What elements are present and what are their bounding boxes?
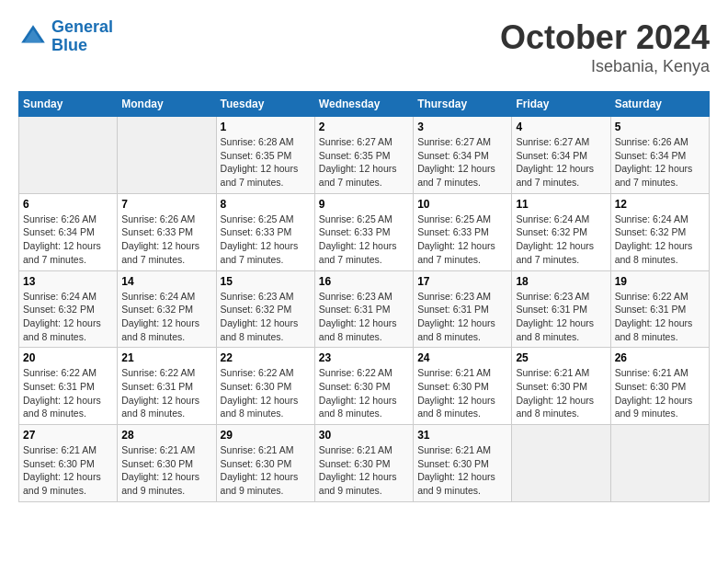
calendar-cell: 7Sunrise: 6:26 AM Sunset: 6:33 PM Daylig…: [118, 193, 216, 270]
day-info: Sunrise: 6:21 AM Sunset: 6:30 PM Dayligh…: [417, 366, 507, 420]
calendar-cell: 9Sunrise: 6:25 AM Sunset: 6:33 PM Daylig…: [314, 193, 413, 270]
calendar-cell: [19, 117, 118, 194]
day-number: 4: [516, 121, 606, 133]
page-header: General Blue October 2024 Isebania, Keny…: [18, 18, 710, 76]
calendar-cell: 22Sunrise: 6:22 AM Sunset: 6:30 PM Dayli…: [216, 348, 314, 425]
calendar-cell: 30Sunrise: 6:21 AM Sunset: 6:30 PM Dayli…: [314, 425, 413, 502]
day-info: Sunrise: 6:25 AM Sunset: 6:33 PM Dayligh…: [417, 213, 507, 267]
day-number: 21: [121, 351, 211, 364]
day-number: 20: [23, 351, 113, 364]
day-number: 24: [417, 351, 507, 364]
calendar-cell: 10Sunrise: 6:25 AM Sunset: 6:33 PM Dayli…: [414, 193, 512, 270]
day-info: Sunrise: 6:24 AM Sunset: 6:32 PM Dayligh…: [615, 213, 705, 267]
day-number: 2: [319, 121, 409, 133]
day-info: Sunrise: 6:22 AM Sunset: 6:31 PM Dayligh…: [121, 366, 211, 420]
day-info: Sunrise: 6:21 AM Sunset: 6:30 PM Dayligh…: [23, 443, 113, 498]
day-number: 31: [417, 429, 507, 442]
day-info: Sunrise: 6:21 AM Sunset: 6:30 PM Dayligh…: [121, 443, 211, 498]
calendar-cell: 14Sunrise: 6:24 AM Sunset: 6:32 PM Dayli…: [118, 270, 216, 348]
calendar-cell: 1Sunrise: 6:28 AM Sunset: 6:35 PM Daylig…: [216, 117, 314, 194]
weekday-header-monday: Monday: [118, 92, 216, 117]
calendar-cell: 13Sunrise: 6:24 AM Sunset: 6:32 PM Dayli…: [19, 270, 118, 348]
day-info: Sunrise: 6:24 AM Sunset: 6:32 PM Dayligh…: [516, 213, 606, 267]
calendar-week-3: 13Sunrise: 6:24 AM Sunset: 6:32 PM Dayli…: [19, 270, 710, 348]
day-number: 11: [516, 198, 606, 211]
logo: General Blue: [18, 18, 113, 55]
day-number: 25: [516, 351, 606, 364]
calendar-cell: 5Sunrise: 6:26 AM Sunset: 6:34 PM Daylig…: [610, 117, 709, 194]
calendar-week-2: 6Sunrise: 6:26 AM Sunset: 6:34 PM Daylig…: [19, 193, 710, 270]
calendar-cell: 3Sunrise: 6:27 AM Sunset: 6:34 PM Daylig…: [414, 117, 512, 194]
day-number: 15: [221, 275, 311, 288]
weekday-header-tuesday: Tuesday: [216, 92, 314, 117]
calendar-cell: [512, 425, 610, 502]
day-info: Sunrise: 6:28 AM Sunset: 6:35 PM Dayligh…: [221, 135, 311, 190]
weekday-header-wednesday: Wednesday: [314, 92, 413, 117]
day-number: 1: [221, 121, 311, 133]
month-title: October 2024 Isebania, Kenya: [500, 18, 710, 76]
calendar-cell: 4Sunrise: 6:27 AM Sunset: 6:34 PM Daylig…: [512, 117, 610, 194]
day-info: Sunrise: 6:23 AM Sunset: 6:32 PM Dayligh…: [221, 290, 311, 344]
day-number: 13: [23, 275, 113, 288]
day-info: Sunrise: 6:21 AM Sunset: 6:30 PM Dayligh…: [615, 366, 705, 420]
calendar-cell: 20Sunrise: 6:22 AM Sunset: 6:31 PM Dayli…: [19, 348, 118, 425]
logo-icon: [18, 22, 48, 52]
weekday-header-row: SundayMondayTuesdayWednesdayThursdayFrid…: [19, 92, 710, 117]
calendar-cell: 15Sunrise: 6:23 AM Sunset: 6:32 PM Dayli…: [216, 270, 314, 348]
day-info: Sunrise: 6:24 AM Sunset: 6:32 PM Dayligh…: [23, 290, 113, 344]
day-number: 7: [121, 198, 211, 211]
calendar-cell: 11Sunrise: 6:24 AM Sunset: 6:32 PM Dayli…: [512, 193, 610, 270]
calendar-week-1: 1Sunrise: 6:28 AM Sunset: 6:35 PM Daylig…: [19, 117, 710, 194]
calendar-cell: 2Sunrise: 6:27 AM Sunset: 6:35 PM Daylig…: [314, 117, 413, 194]
month-year: October 2024: [500, 18, 710, 57]
day-info: Sunrise: 6:22 AM Sunset: 6:31 PM Dayligh…: [23, 366, 113, 420]
day-number: 3: [417, 121, 507, 133]
calendar-week-4: 20Sunrise: 6:22 AM Sunset: 6:31 PM Dayli…: [19, 348, 710, 425]
day-number: 23: [319, 351, 409, 364]
day-info: Sunrise: 6:21 AM Sunset: 6:30 PM Dayligh…: [221, 443, 311, 498]
day-info: Sunrise: 6:21 AM Sunset: 6:30 PM Dayligh…: [417, 443, 507, 498]
calendar-cell: 27Sunrise: 6:21 AM Sunset: 6:30 PM Dayli…: [19, 425, 118, 502]
day-number: 5: [615, 121, 705, 133]
calendar-cell: 6Sunrise: 6:26 AM Sunset: 6:34 PM Daylig…: [19, 193, 118, 270]
day-info: Sunrise: 6:26 AM Sunset: 6:33 PM Dayligh…: [121, 213, 211, 267]
day-number: 8: [221, 198, 311, 211]
calendar-cell: [118, 117, 216, 194]
calendar-cell: 8Sunrise: 6:25 AM Sunset: 6:33 PM Daylig…: [216, 193, 314, 270]
day-info: Sunrise: 6:25 AM Sunset: 6:33 PM Dayligh…: [221, 213, 311, 267]
day-number: 30: [319, 429, 409, 442]
calendar-cell: 21Sunrise: 6:22 AM Sunset: 6:31 PM Dayli…: [118, 348, 216, 425]
day-info: Sunrise: 6:21 AM Sunset: 6:30 PM Dayligh…: [516, 366, 606, 420]
location: Isebania, Kenya: [500, 57, 710, 76]
calendar-cell: 24Sunrise: 6:21 AM Sunset: 6:30 PM Dayli…: [414, 348, 512, 425]
calendar-cell: 16Sunrise: 6:23 AM Sunset: 6:31 PM Dayli…: [314, 270, 413, 348]
day-number: 28: [121, 429, 211, 442]
logo-text: General Blue: [51, 18, 113, 55]
calendar-cell: 25Sunrise: 6:21 AM Sunset: 6:30 PM Dayli…: [512, 348, 610, 425]
calendar-cell: 29Sunrise: 6:21 AM Sunset: 6:30 PM Dayli…: [216, 425, 314, 502]
calendar-cell: 31Sunrise: 6:21 AM Sunset: 6:30 PM Dayli…: [414, 425, 512, 502]
day-number: 10: [417, 198, 507, 211]
weekday-header-friday: Friday: [512, 92, 610, 117]
day-info: Sunrise: 6:24 AM Sunset: 6:32 PM Dayligh…: [121, 290, 211, 344]
weekday-header-saturday: Saturday: [610, 92, 709, 117]
day-number: 26: [615, 351, 705, 364]
weekday-header-thursday: Thursday: [414, 92, 512, 117]
day-info: Sunrise: 6:21 AM Sunset: 6:30 PM Dayligh…: [319, 443, 409, 498]
day-info: Sunrise: 6:22 AM Sunset: 6:31 PM Dayligh…: [615, 290, 705, 344]
calendar-cell: 23Sunrise: 6:22 AM Sunset: 6:30 PM Dayli…: [314, 348, 413, 425]
calendar-week-5: 27Sunrise: 6:21 AM Sunset: 6:30 PM Dayli…: [19, 425, 710, 502]
day-number: 16: [319, 275, 409, 288]
day-number: 18: [516, 275, 606, 288]
day-number: 9: [319, 198, 409, 211]
calendar-cell: 18Sunrise: 6:23 AM Sunset: 6:31 PM Dayli…: [512, 270, 610, 348]
calendar-cell: [610, 425, 709, 502]
day-info: Sunrise: 6:23 AM Sunset: 6:31 PM Dayligh…: [516, 290, 606, 344]
day-info: Sunrise: 6:27 AM Sunset: 6:34 PM Dayligh…: [417, 135, 507, 190]
day-number: 19: [615, 275, 705, 288]
day-info: Sunrise: 6:22 AM Sunset: 6:30 PM Dayligh…: [221, 366, 311, 420]
day-info: Sunrise: 6:25 AM Sunset: 6:33 PM Dayligh…: [319, 213, 409, 267]
calendar-cell: 17Sunrise: 6:23 AM Sunset: 6:31 PM Dayli…: [414, 270, 512, 348]
weekday-header-sunday: Sunday: [19, 92, 118, 117]
day-number: 27: [23, 429, 113, 442]
